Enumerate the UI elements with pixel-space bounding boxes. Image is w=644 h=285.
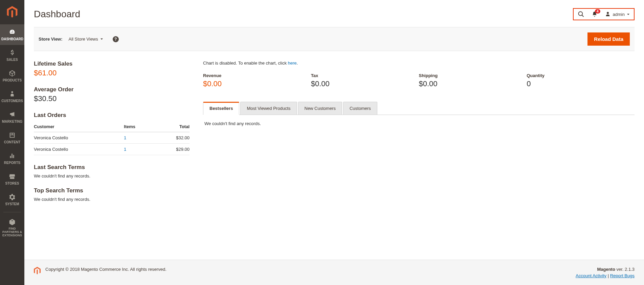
chart-disabled-message: Chart is disabled. To enable the chart, … xyxy=(203,61,635,66)
sidebar-item-customers[interactable]: CUSTOMERS xyxy=(0,86,24,107)
revenue-label: Revenue xyxy=(203,73,311,78)
average-order-label: Average Order xyxy=(34,86,190,93)
dashboard-icon xyxy=(8,28,16,36)
person-icon xyxy=(8,90,16,98)
header-actions: 4 admin xyxy=(573,8,635,20)
col-total: Total xyxy=(154,121,190,132)
sidebar-item-label: STORES xyxy=(5,182,19,185)
cell-total: $32.00 xyxy=(154,132,190,144)
totals-row: Revenue $0.00 Tax $0.00 Shipping $0.00 Q… xyxy=(203,73,635,88)
tab-new-customers[interactable]: New Customers xyxy=(298,102,342,115)
sidebar-item-label: CONTENT xyxy=(4,140,20,144)
megaphone-icon xyxy=(8,111,16,118)
search-button[interactable] xyxy=(578,11,584,18)
help-button[interactable]: ? xyxy=(113,36,119,42)
col-customer: Customer xyxy=(34,121,124,132)
sidebar: DASHBOARD SALES PRODUCTS CUSTOMERS MARKE… xyxy=(0,0,24,211)
header: Dashboard 4 admin xyxy=(24,0,644,24)
last-orders-table: Customer Items Total Veronica Costello 1… xyxy=(34,121,190,155)
tax-label: Tax xyxy=(311,73,419,78)
left-column: Lifetime Sales $61.00 Average Order $30.… xyxy=(34,61,190,202)
sidebar-item-label: PRODUCTS xyxy=(3,78,22,82)
shipping-label: Shipping xyxy=(419,73,527,78)
gear-icon xyxy=(8,193,16,201)
last-orders-section: Last Orders Customer Items Total Veronic… xyxy=(34,112,190,155)
dollar-icon xyxy=(8,49,16,56)
dashboard-tabs: Bestsellers Most Viewed Products New Cus… xyxy=(203,102,635,115)
quantity-label: Quantity xyxy=(527,73,635,78)
sidebar-item-reports[interactable]: REPORTS xyxy=(0,148,24,169)
tab-empty-message: We couldn't find any records. xyxy=(204,121,261,126)
tax-value: $0.00 xyxy=(311,79,419,88)
revenue-value: $0.00 xyxy=(203,79,311,88)
sidebar-item-system[interactable]: SYSTEM xyxy=(0,189,24,210)
top-search-section: Top Search Terms We couldn't find any re… xyxy=(34,187,190,202)
total-tax: Tax $0.00 xyxy=(311,73,419,88)
cell-customer: Veronica Costello xyxy=(34,132,124,144)
lifetime-sales-value: $61.00 xyxy=(34,69,190,77)
sidebar-item-label: SYSTEM xyxy=(5,202,19,206)
chart-msg-prefix: Chart is disabled. To enable the chart, … xyxy=(203,61,288,66)
sidebar-item-label: DASHBOARD xyxy=(1,37,23,41)
store-icon xyxy=(8,173,16,180)
total-quantity: Quantity 0 xyxy=(527,73,635,88)
last-search-empty: We couldn't find any records. xyxy=(34,173,190,179)
table-row[interactable]: Veronica Costello 1 $29.00 xyxy=(34,144,190,155)
tab-content: We couldn't find any records. xyxy=(203,115,635,132)
main: Dashboard 4 admin Store View: All Store … xyxy=(24,0,644,211)
cell-items: 1 xyxy=(124,144,154,155)
tab-most-viewed[interactable]: Most Viewed Products xyxy=(240,102,297,115)
cell-customer: Veronica Costello xyxy=(34,144,124,155)
total-revenue: Revenue $0.00 xyxy=(203,73,311,88)
chart-msg-suffix: . xyxy=(297,61,298,66)
tab-bestsellers[interactable]: Bestsellers xyxy=(203,102,239,115)
shipping-value: $0.00 xyxy=(419,79,527,88)
top-search-title: Top Search Terms xyxy=(34,187,190,194)
sidebar-item-sales[interactable]: SALES xyxy=(0,45,24,66)
lifetime-sales-block: Lifetime Sales $61.00 xyxy=(34,61,190,77)
sidebar-item-marketing[interactable]: MARKETING xyxy=(0,107,24,127)
store-view-select[interactable]: All Store Views xyxy=(69,37,103,42)
average-order-block: Average Order $30.50 xyxy=(34,86,190,103)
sidebar-item-products[interactable]: PRODUCTS xyxy=(0,66,24,86)
user-icon xyxy=(605,11,611,17)
chevron-down-icon xyxy=(627,13,630,16)
content: Lifetime Sales $61.00 Average Order $30.… xyxy=(24,51,644,211)
average-order-value: $30.50 xyxy=(34,94,190,103)
store-view-value: All Store Views xyxy=(69,37,98,42)
sidebar-item-label: SALES xyxy=(6,58,18,62)
magento-icon xyxy=(7,6,18,18)
quantity-value: 0 xyxy=(527,79,635,88)
lifetime-sales-label: Lifetime Sales xyxy=(34,61,190,67)
notification-badge: 4 xyxy=(595,9,600,14)
table-row[interactable]: Veronica Costello 1 $32.00 xyxy=(34,132,190,144)
tab-customers[interactable]: Customers xyxy=(343,102,377,115)
col-items: Items xyxy=(124,121,154,132)
notifications-button[interactable]: 4 xyxy=(591,11,598,18)
admin-account-dropdown[interactable]: admin xyxy=(605,11,630,17)
last-search-title: Last Search Terms xyxy=(34,164,190,171)
cell-items: 1 xyxy=(124,132,154,144)
sidebar-item-label: CUSTOMERS xyxy=(1,99,23,103)
page-title: Dashboard xyxy=(34,9,573,20)
total-shipping: Shipping $0.00 xyxy=(419,73,527,88)
right-column: Chart is disabled. To enable the chart, … xyxy=(203,61,635,202)
sidebar-item-stores[interactable]: STORES xyxy=(0,169,24,189)
search-icon xyxy=(578,11,584,18)
chevron-down-icon xyxy=(100,38,103,41)
reload-data-button[interactable]: Reload Data xyxy=(587,32,630,46)
store-view-label: Store View: xyxy=(39,37,63,42)
sidebar-item-content[interactable]: CONTENT xyxy=(0,127,24,148)
chart-enable-link[interactable]: here xyxy=(288,61,297,66)
box-icon xyxy=(8,70,16,77)
sidebar-item-label: REPORTS xyxy=(4,161,20,165)
chart-icon xyxy=(8,152,16,160)
cell-total: $29.00 xyxy=(154,144,190,155)
content-icon xyxy=(8,132,16,139)
sidebar-item-dashboard[interactable]: DASHBOARD xyxy=(0,24,24,45)
last-orders-title: Last Orders xyxy=(34,112,190,119)
last-search-section: Last Search Terms We couldn't find any r… xyxy=(34,164,190,179)
magento-logo[interactable] xyxy=(0,0,24,24)
toolbar: Store View: All Store Views ? Reload Dat… xyxy=(34,27,635,51)
top-search-empty: We couldn't find any records. xyxy=(34,197,190,202)
